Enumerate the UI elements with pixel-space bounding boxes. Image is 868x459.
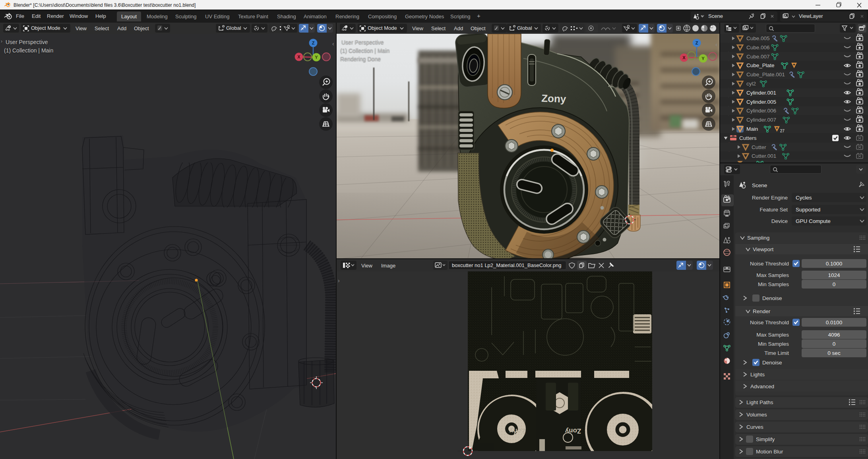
svg-text:0: 0 <box>833 281 836 287</box>
svg-text:Min Samples: Min Samples <box>758 341 789 347</box>
svg-text:Viewport: Viewport <box>753 246 774 252</box>
svg-text:Cutter: Cutter <box>752 144 766 150</box>
svg-text:Sampling: Sampling <box>747 235 769 241</box>
svg-text:Y: Y <box>315 55 318 60</box>
svg-text:Cube.006: Cube.006 <box>746 45 770 50</box>
svg-text:Cycles: Cycles <box>796 195 812 201</box>
svg-text:Zony: Zony <box>565 427 581 435</box>
svg-text:Volumes: Volumes <box>746 412 767 418</box>
svg-text:0.0100: 0.0100 <box>826 320 842 325</box>
svg-text:Curves: Curves <box>746 424 763 430</box>
svg-text:Cube_Plate: Cube_Plate <box>746 62 775 68</box>
svg-text:X: X <box>297 54 300 59</box>
svg-text:‹: ‹ <box>332 41 334 47</box>
svg-text:Max Samples: Max Samples <box>756 272 789 278</box>
svg-text:Z: Z <box>696 41 698 45</box>
svg-text:Min Samples: Min Samples <box>758 281 789 287</box>
svg-text:Render Engine: Render Engine <box>752 195 788 201</box>
svg-text:0: 0 <box>833 341 836 347</box>
svg-text:Simplify: Simplify <box>756 436 775 442</box>
svg-text:Cube_Plate.001: Cube_Plate.001 <box>746 72 785 77</box>
svg-text:Noise Threshold: Noise Threshold <box>750 320 789 325</box>
svg-text:Cylinder.006: Cylinder.006 <box>746 108 776 114</box>
svg-text:Cylinder.005: Cylinder.005 <box>746 99 776 105</box>
svg-text:Advanced: Advanced <box>750 383 774 389</box>
svg-text:›: › <box>338 277 340 284</box>
svg-text:Cylinder.007: Cylinder.007 <box>746 117 776 123</box>
svg-text:Cylinder.001: Cylinder.001 <box>746 90 776 96</box>
svg-text:Time Limit: Time Limit <box>764 350 789 356</box>
svg-text:Cutters: Cutters <box>739 135 757 141</box>
svg-text:GPU Compute: GPU Compute <box>796 218 831 224</box>
svg-text:27: 27 <box>780 129 785 133</box>
svg-text:Cube.005: Cube.005 <box>746 35 770 41</box>
svg-text:Feature Set: Feature Set <box>760 207 788 213</box>
svg-text:Denoise: Denoise <box>762 295 782 301</box>
svg-text:Supported: Supported <box>796 207 820 213</box>
svg-text:1024: 1024 <box>828 272 840 278</box>
svg-text:0.1000: 0.1000 <box>826 261 842 267</box>
svg-text:Max Samples: Max Samples <box>756 332 789 338</box>
svg-text:Y: Y <box>701 56 705 61</box>
svg-text:X: X <box>682 55 686 60</box>
svg-text:Main: Main <box>746 126 758 132</box>
svg-text:Motion Blur: Motion Blur <box>756 449 783 455</box>
svg-text:Render: Render <box>753 308 771 314</box>
svg-text:4096: 4096 <box>828 332 840 338</box>
svg-text:cyl2: cyl2 <box>746 81 756 87</box>
svg-text:Noise Threshold: Noise Threshold <box>750 261 789 267</box>
svg-text:Device: Device <box>771 218 788 224</box>
svg-text:Z: Z <box>312 41 315 45</box>
svg-text:0 sec: 0 sec <box>827 350 841 356</box>
svg-text:Cube.007: Cube.007 <box>746 54 770 60</box>
svg-text:Light Paths: Light Paths <box>746 399 773 405</box>
svg-text:‹: ‹ <box>715 41 717 48</box>
svg-text:Scene: Scene <box>752 182 767 188</box>
svg-text:Denoise: Denoise <box>762 360 782 366</box>
svg-text:Lights: Lights <box>750 372 765 378</box>
svg-text:Cutter.001: Cutter.001 <box>752 153 776 159</box>
